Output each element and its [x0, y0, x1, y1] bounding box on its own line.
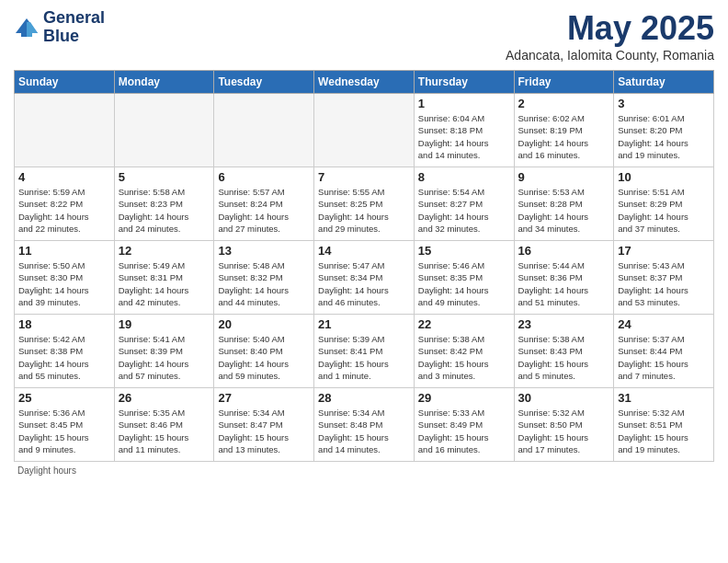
day-info: Sunrise: 5:34 AM Sunset: 8:47 PM Dayligh… — [218, 407, 310, 455]
calendar-cell: 24Sunrise: 5:37 AM Sunset: 8:44 PM Dayli… — [614, 315, 714, 388]
day-number: 22 — [418, 317, 510, 331]
day-number: 12 — [119, 244, 210, 258]
calendar-cell — [314, 94, 415, 167]
day-info: Sunrise: 5:50 AM Sunset: 8:30 PM Dayligh… — [18, 259, 110, 308]
weekday-header: Thursday — [414, 71, 514, 94]
day-number: 14 — [318, 244, 410, 258]
day-info: Sunrise: 6:01 AM Sunset: 8:20 PM Dayligh… — [618, 112, 710, 161]
weekday-header: Saturday — [614, 71, 714, 94]
day-info: Sunrise: 5:54 AM Sunset: 8:27 PM Dayligh… — [418, 186, 510, 235]
day-number: 9 — [518, 170, 610, 184]
calendar-cell: 30Sunrise: 5:32 AM Sunset: 8:50 PM Dayli… — [514, 388, 614, 462]
day-info: Sunrise: 5:32 AM Sunset: 8:51 PM Dayligh… — [618, 407, 710, 455]
calendar-cell: 27Sunrise: 5:34 AM Sunset: 8:47 PM Dayli… — [214, 388, 314, 462]
calendar-cell: 15Sunrise: 5:46 AM Sunset: 8:35 PM Dayli… — [414, 241, 514, 315]
day-info: Sunrise: 5:34 AM Sunset: 8:48 PM Dayligh… — [318, 407, 410, 455]
calendar-cell: 21Sunrise: 5:39 AM Sunset: 8:41 PM Dayli… — [314, 315, 415, 388]
day-info: Sunrise: 5:43 AM Sunset: 8:37 PM Dayligh… — [618, 259, 710, 308]
day-number: 1 — [418, 97, 510, 110]
day-number: 19 — [119, 317, 210, 331]
day-info: Sunrise: 5:48 AM Sunset: 8:32 PM Dayligh… — [218, 259, 310, 308]
calendar-cell: 13Sunrise: 5:48 AM Sunset: 8:32 PM Dayli… — [214, 241, 314, 315]
footnote: Daylight hours — [14, 465, 714, 476]
calendar-cell: 14Sunrise: 5:47 AM Sunset: 8:34 PM Dayli… — [314, 241, 415, 315]
day-info: Sunrise: 5:55 AM Sunset: 8:25 PM Dayligh… — [318, 186, 410, 235]
day-info: Sunrise: 5:36 AM Sunset: 8:45 PM Dayligh… — [18, 407, 110, 455]
day-info: Sunrise: 5:47 AM Sunset: 8:34 PM Dayligh… — [318, 259, 410, 308]
day-number: 29 — [418, 391, 510, 405]
main-title: May 2025 — [506, 9, 714, 48]
calendar-cell: 11Sunrise: 5:50 AM Sunset: 8:30 PM Dayli… — [15, 241, 115, 315]
calendar-cell: 5Sunrise: 5:58 AM Sunset: 8:23 PM Daylig… — [114, 167, 214, 241]
day-number: 6 — [218, 170, 310, 184]
weekday-header: Friday — [514, 71, 614, 94]
calendar-cell: 2Sunrise: 6:02 AM Sunset: 8:19 PM Daylig… — [514, 94, 614, 167]
day-number: 23 — [518, 317, 610, 331]
day-number: 18 — [18, 317, 110, 331]
day-number: 31 — [618, 391, 710, 405]
calendar-week-row: 11Sunrise: 5:50 AM Sunset: 8:30 PM Dayli… — [15, 241, 714, 315]
day-number: 25 — [18, 391, 110, 405]
calendar-cell: 18Sunrise: 5:42 AM Sunset: 8:38 PM Dayli… — [15, 315, 115, 388]
day-info: Sunrise: 6:04 AM Sunset: 8:18 PM Dayligh… — [418, 112, 510, 161]
calendar: SundayMondayTuesdayWednesdayThursdayFrid… — [14, 70, 714, 462]
calendar-cell: 10Sunrise: 5:51 AM Sunset: 8:29 PM Dayli… — [614, 167, 714, 241]
calendar-week-row: 18Sunrise: 5:42 AM Sunset: 8:38 PM Dayli… — [15, 315, 714, 388]
day-info: Sunrise: 5:51 AM Sunset: 8:29 PM Dayligh… — [618, 186, 710, 235]
day-info: Sunrise: 5:32 AM Sunset: 8:50 PM Dayligh… — [518, 407, 610, 455]
calendar-cell: 6Sunrise: 5:57 AM Sunset: 8:24 PM Daylig… — [214, 167, 314, 241]
weekday-header: Sunday — [15, 71, 115, 94]
day-number: 8 — [418, 170, 510, 184]
day-number: 5 — [119, 170, 210, 184]
weekday-header: Wednesday — [314, 71, 415, 94]
day-number: 21 — [318, 317, 410, 331]
day-number: 15 — [418, 244, 510, 258]
calendar-cell: 20Sunrise: 5:40 AM Sunset: 8:40 PM Dayli… — [214, 315, 314, 388]
day-info: Sunrise: 5:57 AM Sunset: 8:24 PM Dayligh… — [218, 186, 310, 235]
calendar-week-row: 4Sunrise: 5:59 AM Sunset: 8:22 PM Daylig… — [15, 167, 714, 241]
day-info: Sunrise: 5:38 AM Sunset: 8:43 PM Dayligh… — [518, 333, 610, 382]
day-info: Sunrise: 5:59 AM Sunset: 8:22 PM Dayligh… — [18, 186, 110, 235]
calendar-cell: 8Sunrise: 5:54 AM Sunset: 8:27 PM Daylig… — [414, 167, 514, 241]
day-number: 16 — [518, 244, 610, 258]
calendar-cell: 9Sunrise: 5:53 AM Sunset: 8:28 PM Daylig… — [514, 167, 614, 241]
day-number: 27 — [218, 391, 310, 405]
day-number: 13 — [218, 244, 310, 258]
calendar-cell: 25Sunrise: 5:36 AM Sunset: 8:45 PM Dayli… — [15, 388, 115, 462]
calendar-cell: 29Sunrise: 5:33 AM Sunset: 8:49 PM Dayli… — [414, 388, 514, 462]
calendar-cell: 19Sunrise: 5:41 AM Sunset: 8:39 PM Dayli… — [114, 315, 214, 388]
calendar-cell: 23Sunrise: 5:38 AM Sunset: 8:43 PM Dayli… — [514, 315, 614, 388]
calendar-cell: 7Sunrise: 5:55 AM Sunset: 8:25 PM Daylig… — [314, 167, 415, 241]
day-number: 2 — [518, 97, 610, 110]
calendar-cell — [214, 94, 314, 167]
calendar-cell: 3Sunrise: 6:01 AM Sunset: 8:20 PM Daylig… — [614, 94, 714, 167]
day-number: 28 — [318, 391, 410, 405]
day-number: 10 — [618, 170, 710, 184]
day-info: Sunrise: 5:49 AM Sunset: 8:31 PM Dayligh… — [119, 259, 210, 308]
day-info: Sunrise: 5:42 AM Sunset: 8:38 PM Dayligh… — [18, 333, 110, 382]
day-info: Sunrise: 6:02 AM Sunset: 8:19 PM Dayligh… — [518, 112, 610, 161]
day-number: 20 — [218, 317, 310, 331]
calendar-cell: 26Sunrise: 5:35 AM Sunset: 8:46 PM Dayli… — [114, 388, 214, 462]
day-info: Sunrise: 5:53 AM Sunset: 8:28 PM Dayligh… — [518, 186, 610, 235]
day-info: Sunrise: 5:46 AM Sunset: 8:35 PM Dayligh… — [418, 259, 510, 308]
weekday-header-row: SundayMondayTuesdayWednesdayThursdayFrid… — [15, 71, 714, 94]
logo: General Blue — [14, 9, 105, 46]
calendar-cell: 22Sunrise: 5:38 AM Sunset: 8:42 PM Dayli… — [414, 315, 514, 388]
calendar-cell: 12Sunrise: 5:49 AM Sunset: 8:31 PM Dayli… — [114, 241, 214, 315]
weekday-header: Monday — [114, 71, 214, 94]
weekday-header: Tuesday — [214, 71, 314, 94]
day-number: 24 — [618, 317, 710, 331]
day-info: Sunrise: 5:58 AM Sunset: 8:23 PM Dayligh… — [119, 186, 210, 235]
day-info: Sunrise: 5:40 AM Sunset: 8:40 PM Dayligh… — [218, 333, 310, 382]
day-number: 4 — [18, 170, 110, 184]
page-container: General Blue May 2025 Adancata, Ialomita… — [0, 0, 728, 485]
day-info: Sunrise: 5:33 AM Sunset: 8:49 PM Dayligh… — [418, 407, 510, 455]
calendar-cell — [114, 94, 214, 167]
day-info: Sunrise: 5:39 AM Sunset: 8:41 PM Dayligh… — [318, 333, 410, 382]
calendar-cell: 28Sunrise: 5:34 AM Sunset: 8:48 PM Dayli… — [314, 388, 415, 462]
day-number: 17 — [618, 244, 710, 258]
day-info: Sunrise: 5:41 AM Sunset: 8:39 PM Dayligh… — [119, 333, 210, 382]
day-number: 3 — [618, 97, 710, 110]
calendar-cell: 16Sunrise: 5:44 AM Sunset: 8:36 PM Dayli… — [514, 241, 614, 315]
